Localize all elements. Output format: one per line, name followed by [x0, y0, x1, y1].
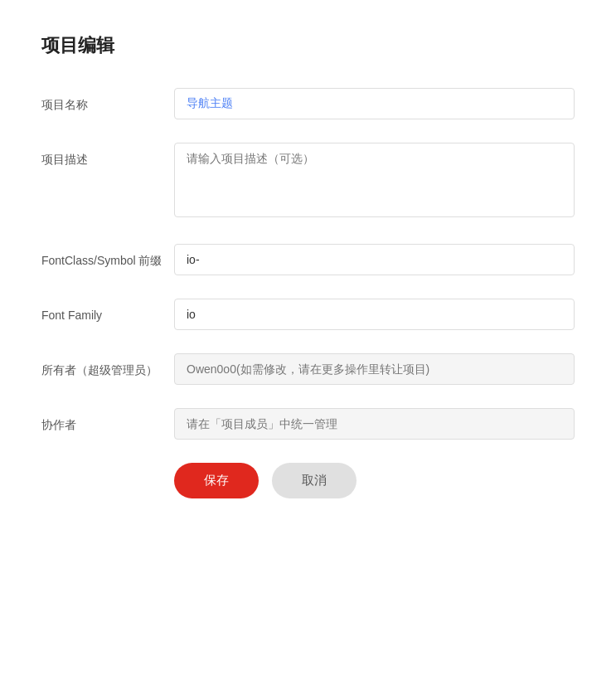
- collaborator-input: [174, 408, 575, 440]
- project-name-input[interactable]: [174, 88, 575, 119]
- save-button[interactable]: 保存: [174, 463, 259, 498]
- button-row: 保存 取消: [41, 463, 575, 498]
- project-description-label: 项目描述: [41, 143, 174, 168]
- font-family-input[interactable]: [174, 299, 575, 330]
- font-family-label: Font Family: [41, 299, 174, 324]
- font-class-row: FontClass/Symbol 前缀: [41, 244, 575, 275]
- font-class-label: FontClass/Symbol 前缀: [41, 244, 174, 270]
- project-name-label: 项目名称: [41, 88, 174, 114]
- collaborator-field: [174, 408, 575, 440]
- font-family-field: [174, 299, 575, 330]
- project-description-input[interactable]: [174, 143, 575, 217]
- owner-label: 所有者（超级管理员）: [41, 353, 174, 379]
- project-description-row: 项目描述: [41, 143, 575, 221]
- project-description-field: [174, 143, 575, 221]
- collaborator-label: 协作者: [41, 408, 174, 434]
- page-title: 项目编辑: [41, 33, 575, 58]
- collaborator-row: 协作者: [41, 408, 575, 440]
- owner-input: [174, 353, 575, 385]
- font-class-field: [174, 244, 575, 275]
- project-name-field: [174, 88, 575, 119]
- project-name-row: 项目名称: [41, 88, 575, 119]
- owner-row: 所有者（超级管理员）: [41, 353, 575, 385]
- owner-field: [174, 353, 575, 385]
- cancel-button[interactable]: 取消: [272, 463, 357, 498]
- font-class-input[interactable]: [174, 244, 575, 275]
- form-container: 项目编辑 项目名称 项目描述 FontClass/Symbol 前缀 Font …: [41, 33, 575, 498]
- font-family-row: Font Family: [41, 299, 575, 330]
